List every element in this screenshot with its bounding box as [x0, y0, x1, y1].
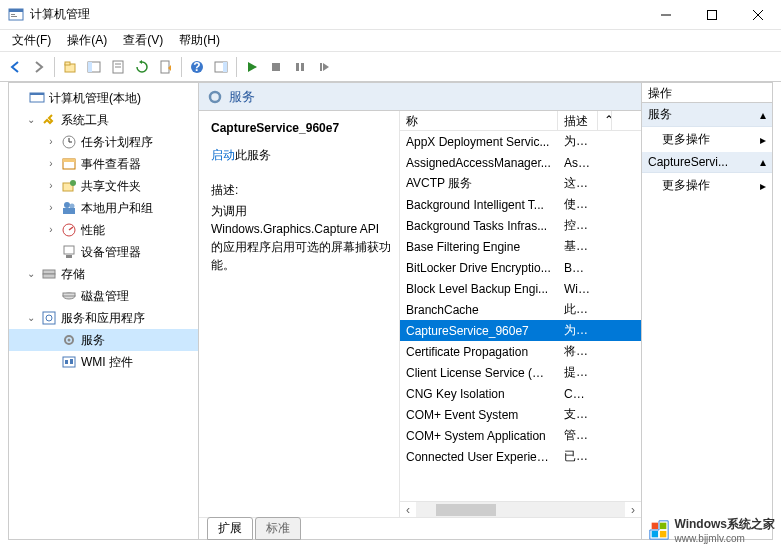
svg-rect-40 [43, 270, 55, 274]
tools-icon [41, 112, 57, 128]
tree-root[interactable]: 计算机管理(本地) [9, 87, 198, 109]
scroll-left-icon[interactable]: ‹ [400, 503, 416, 517]
forward-button[interactable] [28, 56, 50, 78]
close-button[interactable] [735, 0, 781, 30]
tab-extended[interactable]: 扩展 [207, 517, 253, 540]
service-name-cell: AppX Deployment Servic... [400, 135, 558, 149]
service-row[interactable]: AVCTP 服务这是... [400, 173, 641, 194]
show-hide-action-button[interactable] [210, 56, 232, 78]
service-row[interactable]: COM+ Event System支持... [400, 404, 641, 425]
action-group-selected[interactable]: CaptureServi...▴ [642, 152, 772, 173]
tree-disk-mgmt[interactable]: 磁盘管理 [9, 285, 198, 307]
menu-help[interactable]: 帮助(H) [171, 30, 228, 51]
tree-label: 系统工具 [61, 111, 109, 129]
horizontal-scrollbar[interactable]: ‹ › [400, 501, 641, 517]
description-label: 描述: [211, 182, 391, 199]
gear-icon [61, 332, 77, 348]
svg-point-32 [70, 180, 76, 186]
list-rows[interactable]: AppX Deployment Servic...为部...AssignedAc… [400, 131, 641, 501]
scroll-track[interactable] [416, 502, 625, 518]
svg-rect-19 [223, 62, 227, 72]
expand-icon[interactable]: › [45, 177, 57, 195]
menu-action[interactable]: 操作(A) [59, 30, 115, 51]
scroll-thumb[interactable] [436, 504, 496, 516]
back-button[interactable] [4, 56, 26, 78]
menubar: 文件(F) 操作(A) 查看(V) 帮助(H) [0, 30, 781, 52]
service-row[interactable]: Client License Service (Cli...提供... [400, 362, 641, 383]
expand-icon[interactable]: › [45, 133, 57, 151]
up-button[interactable] [59, 56, 81, 78]
scroll-right-icon[interactable]: › [625, 503, 641, 517]
center-header: 服务 [199, 83, 641, 111]
service-row[interactable]: CNG Key IsolationCNG... [400, 383, 641, 404]
export-button[interactable] [155, 56, 177, 78]
service-row[interactable]: AssignedAccessManager...Assi... [400, 152, 641, 173]
menu-view[interactable]: 查看(V) [115, 30, 171, 51]
window-title: 计算机管理 [30, 6, 643, 23]
minimize-button[interactable] [643, 0, 689, 30]
tree-wmi[interactable]: WMI 控件 [9, 351, 198, 373]
tree-label: 服务 [81, 331, 105, 349]
chevron-up-icon: ▴ [760, 108, 766, 122]
tree-system-tools[interactable]: ⌄系统工具 [9, 109, 198, 131]
svg-rect-20 [272, 63, 280, 71]
svg-rect-38 [64, 246, 74, 254]
service-row[interactable]: CaptureService_960e7为调... [400, 320, 641, 341]
action-more-2[interactable]: 更多操作▸ [642, 173, 772, 198]
service-row[interactable]: AppX Deployment Servic...为部... [400, 131, 641, 152]
storage-icon [41, 266, 57, 282]
expand-icon[interactable]: › [45, 199, 57, 217]
tab-standard[interactable]: 标准 [255, 517, 301, 540]
service-row[interactable]: Block Level Backup Engi...Win... [400, 278, 641, 299]
pause-service-button[interactable] [289, 56, 311, 78]
service-row[interactable]: BranchCache此服... [400, 299, 641, 320]
start-service-button[interactable] [241, 56, 263, 78]
tree-task-scheduler[interactable]: ›任务计划程序 [9, 131, 198, 153]
help-button[interactable]: ? [186, 56, 208, 78]
service-row[interactable]: COM+ System Application管理... [400, 425, 641, 446]
action-group-services[interactable]: 服务▴ [642, 103, 772, 127]
service-desc-cell: 提供... [558, 364, 598, 381]
stop-service-button[interactable] [265, 56, 287, 78]
disk-icon [61, 288, 77, 304]
tree-services-apps[interactable]: ⌄服务和应用程序 [9, 307, 198, 329]
maximize-button[interactable] [689, 0, 735, 30]
expand-icon[interactable]: › [45, 221, 57, 239]
start-service-link[interactable]: 启动 [211, 148, 235, 162]
action-more-1[interactable]: 更多操作▸ [642, 127, 772, 152]
svg-rect-1 [9, 9, 23, 12]
refresh-button[interactable] [131, 56, 153, 78]
col-scroll-up[interactable]: ⌃ [598, 111, 612, 130]
restart-service-button[interactable] [313, 56, 335, 78]
gear-icon [207, 89, 223, 105]
properties-button[interactable] [107, 56, 129, 78]
service-row[interactable]: Connected User Experien...已连... [400, 446, 641, 467]
collapse-icon[interactable]: ⌄ [25, 111, 37, 129]
event-icon [61, 156, 77, 172]
tree-event-viewer[interactable]: ›事件查看器 [9, 153, 198, 175]
service-row[interactable]: Certificate Propagation将用... [400, 341, 641, 362]
show-hide-tree-button[interactable] [83, 56, 105, 78]
tree-services[interactable]: 服务 [9, 329, 198, 351]
tree-storage[interactable]: ⌄存储 [9, 263, 198, 285]
actions-title: 操作 [642, 83, 772, 103]
svg-rect-5 [708, 10, 717, 19]
service-desc-cell: 为部... [558, 133, 598, 150]
collapse-icon[interactable]: ⌄ [25, 309, 37, 327]
collapse-icon[interactable]: ⌄ [25, 265, 37, 283]
service-row[interactable]: Background Intelligent T...使用... [400, 194, 641, 215]
tree-local-users[interactable]: ›本地用户和组 [9, 197, 198, 219]
col-name[interactable]: 称 [400, 111, 558, 130]
svg-rect-50 [70, 359, 73, 364]
service-row[interactable]: Background Tasks Infras...控制... [400, 215, 641, 236]
menu-file[interactable]: 文件(F) [4, 30, 59, 51]
col-desc[interactable]: 描述 [558, 111, 598, 130]
expand-icon[interactable]: › [45, 155, 57, 173]
tree-shared-folders[interactable]: ›共享文件夹 [9, 175, 198, 197]
tree-device-manager[interactable]: 设备管理器 [9, 241, 198, 263]
service-row[interactable]: BitLocker Drive Encryptio...BDE... [400, 257, 641, 278]
service-name-cell: Connected User Experien... [400, 450, 558, 464]
service-name-cell: Base Filtering Engine [400, 240, 558, 254]
tree-performance[interactable]: ›性能 [9, 219, 198, 241]
service-row[interactable]: Base Filtering Engine基本... [400, 236, 641, 257]
